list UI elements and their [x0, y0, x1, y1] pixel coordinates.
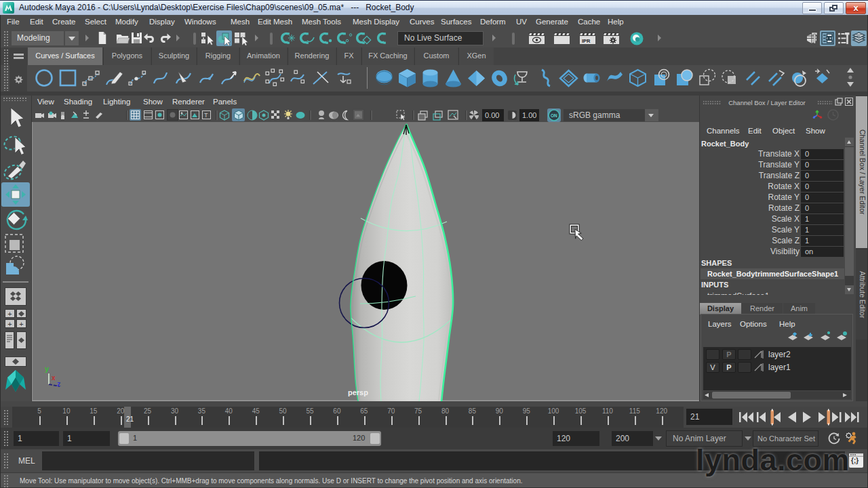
svg-text:ON: ON	[551, 113, 557, 118]
svg-text:y: y	[45, 365, 50, 373]
svg-text:x: x	[52, 374, 56, 382]
svg-text:z: z	[57, 380, 61, 388]
svg-text:persp: persp	[348, 388, 368, 396]
svg-text:T: T	[204, 112, 208, 119]
svg-text:IPR: IPR	[582, 38, 591, 44]
